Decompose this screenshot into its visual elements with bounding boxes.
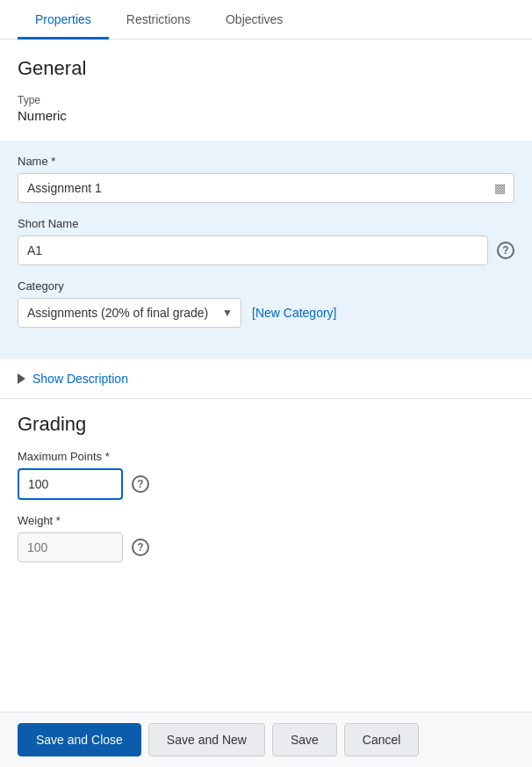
max-points-row: ? — [18, 468, 514, 500]
weight-row: ? — [18, 532, 514, 562]
grading-heading: Grading — [18, 413, 514, 436]
weight-help-icon[interactable]: ? — [132, 539, 149, 556]
name-input-wrapper: ▩ — [18, 173, 514, 203]
triangle-icon — [18, 373, 25, 384]
footer: Save and Close Save and New Save Cancel — [0, 712, 532, 767]
max-points-input[interactable] — [18, 468, 123, 500]
short-name-row: ? — [18, 235, 514, 265]
max-points-label: Maximum Points * — [18, 450, 514, 463]
save-button[interactable]: Save — [272, 723, 337, 756]
category-field-block: Category Assignments (20% of final grade… — [18, 279, 514, 328]
main-content: General Type Numeric Name * ▩ Short Name… — [0, 40, 532, 664]
save-new-button[interactable]: Save and New — [148, 723, 265, 756]
max-points-help-icon[interactable]: ? — [132, 475, 149, 493]
tab-bar: Properties Restrictions Objectives — [0, 0, 532, 40]
short-name-field-block: Short Name ? — [18, 217, 514, 265]
calendar-icon: ▩ — [494, 181, 506, 195]
save-close-button[interactable]: Save and Close — [18, 723, 141, 756]
category-select[interactable]: Assignments (20% of final grade) Quizzes… — [18, 298, 241, 328]
weight-block: Weight * ? — [18, 514, 514, 562]
tab-restrictions[interactable]: Restrictions — [109, 0, 208, 40]
max-points-block: Maximum Points * ? — [18, 450, 514, 500]
short-name-label: Short Name — [18, 217, 514, 230]
tab-objectives[interactable]: Objectives — [208, 0, 300, 40]
category-select-wrapper: Assignments (20% of final grade) Quizzes… — [18, 298, 241, 328]
general-heading: General — [18, 57, 514, 80]
cancel-button[interactable]: Cancel — [344, 723, 420, 756]
show-description-toggle[interactable]: Show Description — [0, 359, 532, 399]
new-category-link[interactable]: [New Category] — [252, 306, 336, 320]
show-description-label: Show Description — [32, 372, 128, 386]
name-input[interactable] — [18, 173, 514, 203]
short-name-input[interactable] — [18, 235, 488, 265]
grading-section: Grading Maximum Points * ? Weight * ? — [18, 399, 514, 562]
weight-label: Weight * — [18, 514, 514, 527]
weight-input[interactable] — [18, 532, 123, 562]
short-name-help-icon[interactable]: ? — [497, 242, 514, 259]
type-label: Type — [18, 94, 514, 106]
type-value: Numeric — [18, 108, 514, 123]
category-label: Category — [18, 279, 514, 293]
tab-properties[interactable]: Properties — [18, 0, 109, 40]
blue-section: Name * ▩ Short Name ? Category Assignmen… — [0, 141, 532, 359]
name-label: Name * — [18, 155, 514, 168]
category-row: Assignments (20% of final grade) Quizzes… — [18, 298, 514, 328]
name-field-block: Name * ▩ — [18, 155, 514, 203]
